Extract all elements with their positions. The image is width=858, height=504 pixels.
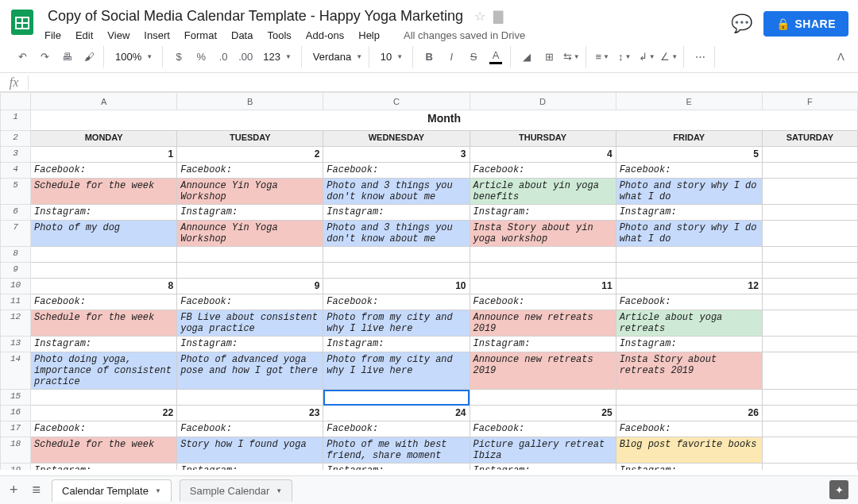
cell[interactable]: Instagram: <box>616 205 762 221</box>
font-select[interactable]: Verdana▼ <box>308 51 364 63</box>
undo-icon[interactable]: ↶ <box>13 48 32 67</box>
cell[interactable]: 11 <box>470 279 616 294</box>
cell[interactable]: Facebook: <box>616 294 762 310</box>
cell[interactable] <box>470 390 616 406</box>
col-header-d[interactable]: D <box>470 93 616 110</box>
menu-help[interactable]: Help <box>358 29 380 41</box>
cell[interactable]: Photo doing yoga, importance of consiste… <box>31 352 177 390</box>
row-header[interactable]: 5 <box>1 179 31 205</box>
menu-format[interactable]: Format <box>184 29 217 41</box>
formula-input[interactable] <box>29 76 858 88</box>
cell[interactable]: Instagram: <box>31 205 177 221</box>
document-title[interactable]: Copy of Social Media Calendar Template -… <box>44 6 466 26</box>
cell[interactable]: Photo and 3 things you don't know about … <box>323 221 470 247</box>
row-header[interactable]: 13 <box>1 337 31 352</box>
cell[interactable]: Schedule for the week <box>31 437 177 464</box>
cell[interactable]: Instagram: <box>470 337 616 352</box>
row-header[interactable]: 18 <box>1 437 31 464</box>
percent-icon[interactable]: % <box>191 48 211 67</box>
cell[interactable]: Schedule for the week <box>31 179 177 205</box>
cell[interactable]: Facebook: <box>31 421 177 437</box>
cell[interactable]: FB Live about consistent yoga practice <box>177 310 323 337</box>
cell[interactable]: 10 <box>323 279 470 294</box>
cell[interactable] <box>762 279 857 294</box>
wrap-icon[interactable]: ↲▼ <box>637 48 656 67</box>
col-header-a[interactable]: A <box>31 93 177 110</box>
cell[interactable] <box>762 464 857 471</box>
v-align-icon[interactable]: ↕▼ <box>615 48 634 67</box>
merge-icon[interactable]: ⇆▼ <box>562 48 581 67</box>
row-header[interactable]: 15 <box>1 390 31 406</box>
all-sheets-icon[interactable]: ≡ <box>29 479 44 502</box>
italic-icon[interactable]: I <box>442 48 461 67</box>
cell[interactable] <box>762 221 857 247</box>
cell[interactable]: Instagram: <box>31 464 177 471</box>
row-header[interactable]: 10 <box>1 279 31 294</box>
menu-view[interactable]: View <box>107 29 129 41</box>
zoom-select[interactable]: 100%▼ <box>110 51 157 63</box>
cell[interactable] <box>762 352 857 390</box>
cell[interactable]: Announce new retreats 2019 <box>470 310 616 337</box>
cell[interactable]: Announce Yin Yoga Workshop <box>177 221 323 247</box>
row-header[interactable]: 6 <box>1 205 31 221</box>
cell[interactable]: FRIDAY <box>616 131 762 147</box>
cell[interactable] <box>762 294 857 310</box>
row-header[interactable]: 7 <box>1 221 31 247</box>
format-123[interactable]: 123▼ <box>258 51 296 63</box>
share-button[interactable]: 🔒 SHARE <box>763 11 848 37</box>
cell[interactable]: Story how I found yoga <box>177 437 323 464</box>
cell[interactable]: 4 <box>470 147 616 163</box>
cell[interactable] <box>762 337 857 352</box>
cell[interactable]: Instagram: <box>323 337 470 352</box>
menu-addons[interactable]: Add-ons <box>306 29 344 41</box>
cell-month[interactable]: Month <box>31 110 858 131</box>
cell[interactable] <box>762 390 857 406</box>
sheet-tab-sample-calendar[interactable]: Sample Calendar▼ <box>180 479 292 502</box>
add-sheet-icon[interactable]: + <box>6 479 21 502</box>
cell[interactable]: Photo from my city and why I live here <box>323 352 470 390</box>
cell[interactable]: Insta Story about yin yoga workshop <box>470 221 616 247</box>
cell[interactable] <box>762 163 857 179</box>
cell[interactable] <box>616 247 762 263</box>
cell[interactable] <box>616 390 762 406</box>
cell[interactable]: Picture gallery retreat Ibiza <box>470 437 616 464</box>
cell[interactable] <box>762 310 857 337</box>
cell[interactable]: SATURDAY <box>762 131 857 147</box>
cell[interactable] <box>470 247 616 263</box>
cell[interactable]: Facebook: <box>177 294 323 310</box>
row-header[interactable]: 11 <box>1 294 31 310</box>
cell[interactable]: Facebook: <box>31 163 177 179</box>
cell[interactable]: 26 <box>616 406 762 421</box>
cell[interactable]: Facebook: <box>323 163 470 179</box>
menu-tools[interactable]: Tools <box>267 29 291 41</box>
cell[interactable]: Instagram: <box>31 337 177 352</box>
cell[interactable] <box>177 390 323 406</box>
cell[interactable] <box>762 205 857 221</box>
cell[interactable]: Instagram: <box>323 464 470 471</box>
cell[interactable]: Article about yoga retreats <box>616 310 762 337</box>
cell[interactable] <box>31 247 177 263</box>
cell[interactable] <box>762 437 857 464</box>
cell[interactable]: Instagram: <box>470 205 616 221</box>
print-icon[interactable]: 🖶 <box>57 48 76 67</box>
menu-insert[interactable]: Insert <box>144 29 170 41</box>
cell[interactable]: Photo of me with best friend, share mome… <box>323 437 470 464</box>
star-icon[interactable]: ☆ <box>474 9 485 24</box>
cell[interactable]: 22 <box>31 406 177 421</box>
cell[interactable]: 23 <box>177 406 323 421</box>
font-size-select[interactable]: 10▼ <box>376 51 408 63</box>
cell[interactable]: Announce Yin Yoga Workshop <box>177 179 323 205</box>
tab-menu-icon[interactable]: ▼ <box>276 487 282 494</box>
cell[interactable]: Insta Story about retreats 2019 <box>616 352 762 390</box>
cell[interactable]: Facebook: <box>470 163 616 179</box>
cell[interactable]: Instagram: <box>616 337 762 352</box>
cell[interactable] <box>177 263 323 279</box>
bold-icon[interactable]: B <box>419 48 439 67</box>
cell[interactable]: Photo and story why I do what I do <box>616 221 762 247</box>
cell[interactable] <box>31 263 177 279</box>
cell[interactable] <box>616 263 762 279</box>
cell[interactable]: MONDAY <box>31 131 177 147</box>
cell[interactable]: Photo of my dog <box>31 221 177 247</box>
cell[interactable] <box>762 179 857 205</box>
row-header[interactable]: 17 <box>1 421 31 437</box>
